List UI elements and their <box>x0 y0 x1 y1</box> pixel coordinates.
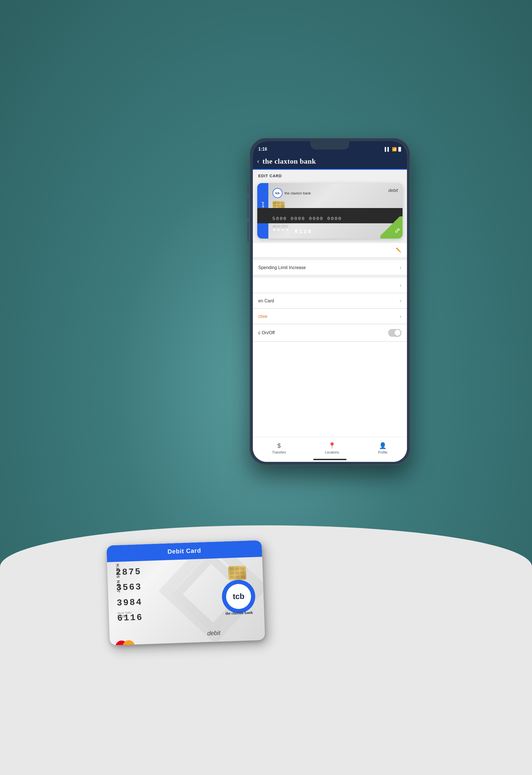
chip-cell <box>281 202 284 204</box>
green-triangle <box>380 216 403 238</box>
tcb-circle-outer: tcb the claxton bank <box>221 579 256 614</box>
physical-debit-card: Debit Card JOHN SMITH 2875 3563 3984 611… <box>106 540 265 645</box>
menu-list: ✏️ Spending Limit Increase › › <box>253 243 407 342</box>
menu-item-active[interactable]: ctive › <box>253 309 407 324</box>
menu-item-card-text: en Card <box>258 298 274 303</box>
volume-up-button[interactable] <box>247 199 249 218</box>
menu-item-active-text: ctive <box>258 314 268 319</box>
chip-cell <box>273 205 276 207</box>
nav-item-locations[interactable]: 📍 Locations <box>325 442 339 454</box>
edit-icon[interactable]: ✏️ <box>396 247 401 253</box>
chip-cell <box>273 202 276 204</box>
profile-icon: 👤 <box>379 442 386 449</box>
status-icons: ▌▌ 📶 ▉ <box>385 147 401 151</box>
silent-button[interactable] <box>247 182 249 193</box>
menu-spacer <box>253 258 407 260</box>
card-valid-date: VALID 12/21 <box>273 225 288 228</box>
card-on-indicator: ON <box>380 216 403 238</box>
status-time: 1:16 <box>258 147 267 152</box>
chevron-right-icon: › <box>400 265 401 270</box>
card-logo-area: tcb the claxton bank <box>273 188 311 198</box>
app-title: the claxton bank <box>263 157 316 166</box>
profile-label: Profile <box>378 451 387 454</box>
phone-screen-inner: 1:16 ▌▌ 📶 ▉ ‹ the claxton bank EDIT CARD <box>253 141 407 462</box>
toggle-switch[interactable] <box>388 329 401 337</box>
phone-card-container: Debit Card tcb the claxton bank debit <box>253 180 407 243</box>
toggle-knob <box>394 330 401 336</box>
chip-cell <box>281 205 284 207</box>
chevron-right-icon: › <box>400 298 401 304</box>
chevron-right-icon: › <box>400 282 401 288</box>
menu-item-card[interactable]: en Card › <box>253 293 407 308</box>
nav-item-transfers[interactable]: $ Transfers <box>272 442 286 454</box>
scene-container: 1:16 ▌▌ 📶 ▉ ‹ the claxton bank EDIT CARD <box>100 110 432 720</box>
card-num-group-3: 3984 <box>116 597 142 608</box>
phone-screen: 1:16 ▌▌ 📶 ▉ ‹ the claxton bank EDIT CARD <box>253 141 407 462</box>
menu-item-spending-limit[interactable]: Spending Limit Increase › <box>253 260 407 275</box>
transfers-label: Transfers <box>272 451 286 454</box>
section-label: EDIT CARD <box>253 170 407 180</box>
card-header-label: Debit Card <box>167 547 201 555</box>
menu-item-spending-limit-text: Spending Limit Increase <box>258 265 306 270</box>
app-header: ‹ the claxton bank <box>253 155 407 170</box>
card-tcb-logo: tcb the claxton bank <box>221 579 256 614</box>
transfers-icon: $ <box>278 442 281 449</box>
card-chip-large <box>228 566 246 580</box>
phone-notch <box>310 141 349 149</box>
menu-item-toggle[interactable]: c On/Off <box>253 324 407 341</box>
phone-device: 1:16 ▌▌ 📶 ▉ ‹ the claxton bank EDIT CARD <box>250 138 410 465</box>
card-full-number: 5000 0000 0000 0000 <box>273 216 342 221</box>
valid-thru-value: 12/23 <box>117 614 126 619</box>
card-debit-text: debit <box>207 629 220 637</box>
card-num-group-2: 3563 <box>116 582 142 593</box>
card-num-group-1: 2875 <box>115 567 141 578</box>
menu-item-name[interactable]: ✏️ <box>253 243 407 257</box>
back-button[interactable]: ‹ <box>257 158 259 165</box>
chip-cell <box>277 205 280 207</box>
wifi-icon: 📶 <box>392 147 397 151</box>
volume-down-button[interactable] <box>247 222 249 242</box>
nav-item-profile[interactable]: 👤 Profile <box>378 442 387 454</box>
signal-icon: ▌▌ <box>385 147 390 151</box>
bottom-nav: $ Transfers 📍 Locations 👤 Profile <box>253 437 407 462</box>
card-valid-info: VALID THRU 12/23 <box>117 611 132 619</box>
tcb-logo-small: tcb <box>273 188 282 198</box>
locations-label: Locations <box>325 451 339 454</box>
phone-bank-card: Debit Card tcb the claxton bank debit <box>257 183 403 238</box>
bank-name-small: the claxton bank <box>285 191 311 195</box>
menu-item-generic[interactable]: › <box>253 278 407 293</box>
chip-cell <box>277 202 280 204</box>
battery-icon: ▉ <box>398 147 401 151</box>
menu-item-toggle-text: c On/Off <box>258 330 275 335</box>
chevron-right-icon: › <box>400 313 401 319</box>
card-debit-label: debit <box>388 188 398 193</box>
tcb-circle-inner: tcb <box>226 584 251 609</box>
power-button[interactable] <box>411 193 413 210</box>
card-masked-number: **** 6116 <box>273 228 312 235</box>
home-indicator[interactable] <box>313 459 347 460</box>
locations-icon: 📍 <box>328 442 336 449</box>
menu-spacer <box>253 276 407 278</box>
